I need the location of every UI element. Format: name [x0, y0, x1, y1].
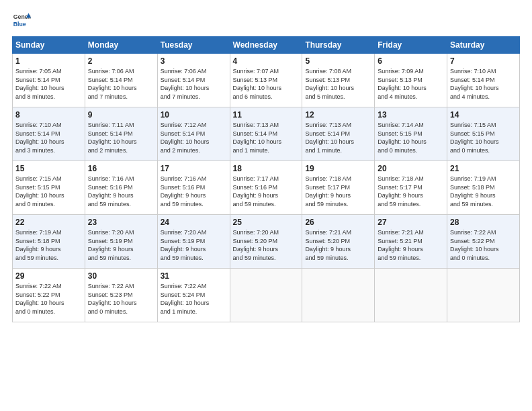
day-number: 19 — [305, 164, 371, 173]
calendar-cell: 20Sunrise: 7:18 AMSunset: 5:17 PMDayligh… — [375, 161, 447, 215]
cell-info: Sunrise: 7:19 AMSunset: 5:18 PMDaylight:… — [450, 175, 517, 208]
calendar-cell: 14Sunrise: 7:15 AMSunset: 5:15 PMDayligh… — [447, 107, 520, 161]
header: General Blue — [12, 11, 520, 30]
logo: General Blue — [12, 11, 31, 30]
cell-info: Sunrise: 7:22 AMSunset: 5:22 PMDaylight:… — [450, 228, 517, 262]
day-number: 26 — [305, 218, 371, 227]
cell-info: Sunrise: 7:12 AMSunset: 5:14 PMDaylight:… — [161, 121, 227, 154]
weekday-header: Wednesday — [230, 37, 302, 54]
day-number: 3 — [161, 56, 227, 66]
calendar-cell: 19Sunrise: 7:18 AMSunset: 5:17 PMDayligh… — [302, 161, 375, 215]
day-number: 8 — [15, 110, 82, 120]
day-number: 25 — [233, 218, 300, 227]
weekday-header: Thursday — [302, 37, 375, 54]
calendar-cell: 12Sunrise: 7:13 AMSunset: 5:14 PMDayligh… — [302, 107, 375, 161]
day-number: 6 — [378, 56, 444, 66]
cell-info: Sunrise: 7:05 AMSunset: 5:14 PMDaylight:… — [15, 67, 82, 101]
cell-info: Sunrise: 7:16 AMSunset: 5:16 PMDaylight:… — [161, 175, 227, 208]
cell-info: Sunrise: 7:22 AMSunset: 5:24 PMDaylight:… — [161, 282, 227, 316]
day-number: 17 — [161, 164, 227, 173]
day-number: 27 — [378, 218, 444, 227]
day-number: 20 — [378, 164, 444, 173]
calendar-cell: 26Sunrise: 7:21 AMSunset: 5:20 PMDayligh… — [302, 215, 375, 269]
calendar-week-row: 8Sunrise: 7:10 AMSunset: 5:14 PMDaylight… — [13, 107, 520, 161]
calendar-cell: 17Sunrise: 7:16 AMSunset: 5:16 PMDayligh… — [157, 161, 230, 215]
day-number: 5 — [305, 56, 371, 66]
cell-info: Sunrise: 7:20 AMSunset: 5:19 PMDaylight:… — [88, 228, 154, 262]
cell-info: Sunrise: 7:08 AMSunset: 5:13 PMDaylight:… — [305, 67, 371, 101]
calendar-cell: 2Sunrise: 7:06 AMSunset: 5:14 PMDaylight… — [85, 54, 157, 107]
weekday-header: Friday — [375, 37, 447, 54]
calendar-cell: 21Sunrise: 7:19 AMSunset: 5:18 PMDayligh… — [447, 161, 520, 215]
day-number: 4 — [233, 56, 300, 66]
calendar-cell: 13Sunrise: 7:14 AMSunset: 5:15 PMDayligh… — [375, 107, 447, 161]
day-number: 11 — [233, 110, 300, 120]
cell-info: Sunrise: 7:10 AMSunset: 5:14 PMDaylight:… — [15, 121, 82, 154]
calendar-cell: 15Sunrise: 7:15 AMSunset: 5:15 PMDayligh… — [13, 161, 85, 215]
cell-info: Sunrise: 7:11 AMSunset: 5:14 PMDaylight:… — [88, 121, 154, 154]
weekday-header: Sunday — [13, 37, 85, 54]
calendar-cell: 29Sunrise: 7:22 AMSunset: 5:22 PMDayligh… — [13, 269, 85, 322]
day-number: 23 — [88, 218, 154, 227]
weekday-header: Tuesday — [157, 37, 230, 54]
cell-info: Sunrise: 7:20 AMSunset: 5:19 PMDaylight:… — [161, 228, 227, 262]
cell-info: Sunrise: 7:10 AMSunset: 5:14 PMDaylight:… — [450, 67, 517, 101]
calendar-cell: 16Sunrise: 7:16 AMSunset: 5:16 PMDayligh… — [85, 161, 157, 215]
day-number: 28 — [450, 218, 517, 227]
day-number: 1 — [15, 56, 82, 66]
calendar-cell: 28Sunrise: 7:22 AMSunset: 5:22 PMDayligh… — [447, 215, 520, 269]
day-number: 9 — [88, 110, 154, 120]
cell-info: Sunrise: 7:13 AMSunset: 5:14 PMDaylight:… — [233, 121, 300, 154]
cell-info: Sunrise: 7:18 AMSunset: 5:17 PMDaylight:… — [378, 175, 444, 208]
day-number: 14 — [450, 110, 517, 120]
calendar-cell: 5Sunrise: 7:08 AMSunset: 5:13 PMDaylight… — [302, 54, 375, 107]
calendar-header-row: SundayMondayTuesdayWednesdayThursdayFrid… — [13, 37, 520, 54]
day-number: 10 — [161, 110, 227, 120]
calendar-week-row: 29Sunrise: 7:22 AMSunset: 5:22 PMDayligh… — [13, 269, 520, 322]
calendar-cell: 31Sunrise: 7:22 AMSunset: 5:24 PMDayligh… — [157, 269, 230, 322]
svg-text:Blue: Blue — [13, 21, 26, 28]
calendar-cell: 10Sunrise: 7:12 AMSunset: 5:14 PMDayligh… — [157, 107, 230, 161]
day-number: 22 — [15, 218, 82, 227]
calendar-cell: 1Sunrise: 7:05 AMSunset: 5:14 PMDaylight… — [13, 54, 85, 107]
calendar-cell: 3Sunrise: 7:06 AMSunset: 5:14 PMDaylight… — [157, 54, 230, 107]
day-number: 12 — [305, 110, 371, 120]
calendar-cell — [375, 269, 447, 322]
calendar-cell: 9Sunrise: 7:11 AMSunset: 5:14 PMDaylight… — [85, 107, 157, 161]
day-number: 18 — [233, 164, 300, 173]
cell-info: Sunrise: 7:15 AMSunset: 5:15 PMDaylight:… — [450, 121, 517, 154]
calendar-cell — [302, 269, 375, 322]
logo-icon: General Blue — [12, 11, 31, 30]
day-number: 29 — [15, 271, 82, 281]
day-number: 31 — [161, 271, 227, 281]
cell-info: Sunrise: 7:06 AMSunset: 5:14 PMDaylight:… — [88, 67, 154, 101]
cell-info: Sunrise: 7:19 AMSunset: 5:18 PMDaylight:… — [15, 228, 82, 262]
weekday-header: Monday — [85, 37, 157, 54]
cell-info: Sunrise: 7:17 AMSunset: 5:16 PMDaylight:… — [233, 175, 300, 208]
calendar-cell: 23Sunrise: 7:20 AMSunset: 5:19 PMDayligh… — [85, 215, 157, 269]
cell-info: Sunrise: 7:07 AMSunset: 5:13 PMDaylight:… — [233, 67, 300, 101]
day-number: 15 — [15, 164, 82, 173]
weekday-header: Saturday — [447, 37, 520, 54]
calendar-week-row: 22Sunrise: 7:19 AMSunset: 5:18 PMDayligh… — [13, 215, 520, 269]
cell-info: Sunrise: 7:22 AMSunset: 5:22 PMDaylight:… — [15, 282, 82, 316]
calendar-week-row: 1Sunrise: 7:05 AMSunset: 5:14 PMDaylight… — [13, 54, 520, 107]
day-number: 21 — [450, 164, 517, 173]
calendar-cell: 4Sunrise: 7:07 AMSunset: 5:13 PMDaylight… — [230, 54, 302, 107]
cell-info: Sunrise: 7:20 AMSunset: 5:20 PMDaylight:… — [233, 228, 300, 262]
calendar-table: SundayMondayTuesdayWednesdayThursdayFrid… — [12, 36, 520, 322]
calendar-week-row: 15Sunrise: 7:15 AMSunset: 5:15 PMDayligh… — [13, 161, 520, 215]
calendar-cell: 30Sunrise: 7:22 AMSunset: 5:23 PMDayligh… — [85, 269, 157, 322]
cell-info: Sunrise: 7:13 AMSunset: 5:14 PMDaylight:… — [305, 121, 371, 154]
calendar-cell: 6Sunrise: 7:09 AMSunset: 5:13 PMDaylight… — [375, 54, 447, 107]
cell-info: Sunrise: 7:21 AMSunset: 5:21 PMDaylight:… — [378, 228, 444, 262]
cell-info: Sunrise: 7:14 AMSunset: 5:15 PMDaylight:… — [378, 121, 444, 154]
calendar-cell: 18Sunrise: 7:17 AMSunset: 5:16 PMDayligh… — [230, 161, 302, 215]
calendar-cell: 22Sunrise: 7:19 AMSunset: 5:18 PMDayligh… — [13, 215, 85, 269]
cell-info: Sunrise: 7:16 AMSunset: 5:16 PMDaylight:… — [88, 175, 154, 208]
page: General Blue SundayMondayTuesdayWednesda… — [0, 0, 532, 411]
calendar-cell — [447, 269, 520, 322]
day-number: 7 — [450, 56, 517, 66]
day-number: 13 — [378, 110, 444, 120]
calendar-cell: 8Sunrise: 7:10 AMSunset: 5:14 PMDaylight… — [13, 107, 85, 161]
